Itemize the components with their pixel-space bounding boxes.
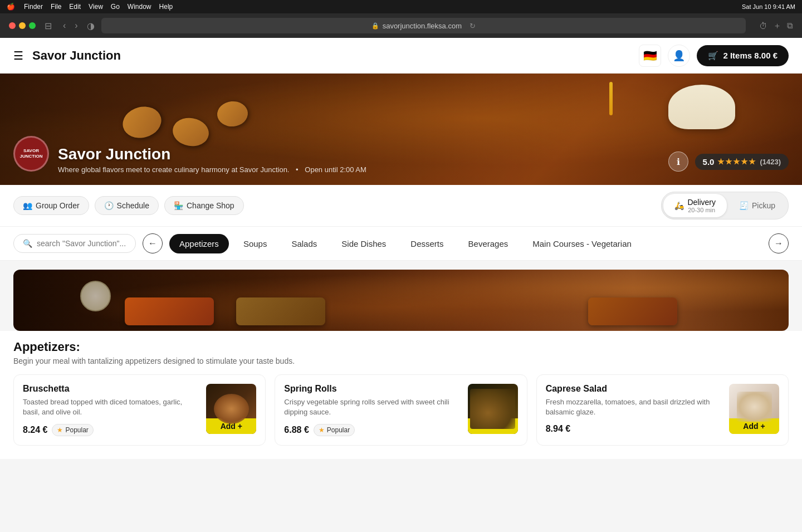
rating-value: 5.0 xyxy=(703,157,715,167)
spring-rolls-add-button[interactable]: Add + xyxy=(468,418,518,434)
food-skewer-3 xyxy=(588,297,677,325)
clock: Sat Jun 10 9:41 AM xyxy=(742,3,795,10)
tab-beverages[interactable]: Beverages xyxy=(458,234,519,253)
bruschetta-popular-badge: ★ Popular xyxy=(52,424,93,436)
change-shop-label: Change Shop xyxy=(187,201,234,210)
hamburger-button[interactable]: ☰ xyxy=(13,49,23,62)
brightness-button[interactable]: ◑ xyxy=(87,21,95,31)
menu-finder[interactable]: Finder xyxy=(24,3,43,11)
pickup-option[interactable]: 🧾 Pickup xyxy=(728,194,786,217)
tab-salads[interactable]: Salads xyxy=(281,234,327,253)
menu-card-text-caprese: Caprese Salad Fresh mozzarella, tomatoes… xyxy=(546,384,722,436)
tab-soups[interactable]: Soups xyxy=(233,234,277,253)
hero-info: Savor Junction Where global flavors meet… xyxy=(58,145,668,174)
review-count: (1423) xyxy=(760,158,781,166)
rating-badge: 5.0 ★★★★★ (1423) xyxy=(695,154,789,170)
section-subtitle: Begin your meal with tantalizing appetiz… xyxy=(13,357,789,365)
address-bar[interactable]: 🔒 savorjunction.fleksa.com ↻ xyxy=(101,18,746,33)
popular-star-icon-2: ★ xyxy=(319,426,325,434)
back-button[interactable]: ‹ xyxy=(61,18,68,33)
menu-card-inner-spring-rolls: Spring Rolls Crispy vegetable spring rol… xyxy=(275,375,526,445)
maximize-button[interactable] xyxy=(29,22,36,29)
section-banner xyxy=(13,270,789,331)
caprese-price: 8.94 € xyxy=(546,424,570,434)
menu-card-inner-bruschetta: Bruschetta Toasted bread topped with dic… xyxy=(14,375,265,445)
hero-description: Where global flavors meet to create culi… xyxy=(58,165,668,174)
schedule-button[interactable]: 🕐 Schedule xyxy=(95,196,159,215)
sauce-drip xyxy=(609,82,613,115)
change-shop-button[interactable]: 🏪 Change Shop xyxy=(164,196,244,215)
group-order-label: Group Order xyxy=(36,201,80,210)
menu-edit[interactable]: Edit xyxy=(69,3,81,11)
cart-label: 2 Items 8.00 € xyxy=(723,51,777,60)
delivery-label: Delivery xyxy=(687,198,716,207)
menu-go[interactable]: Go xyxy=(111,3,120,11)
traffic-lights xyxy=(9,22,36,29)
header-right: 🇩🇪 👤 🛒 2 Items 8.00 € xyxy=(639,45,789,67)
app-header: ☰ Savor Junction 🇩🇪 👤 🛒 2 Items 8.00 € xyxy=(0,38,802,74)
app-title: Savor Junction xyxy=(32,48,121,63)
delivery-option[interactable]: 🛵 Delivery 20-30 min xyxy=(663,194,727,217)
action-bar: 👥 Group Order 🕐 Schedule 🏪 Change Shop 🛵… xyxy=(0,185,802,227)
category-next-button[interactable]: → xyxy=(769,233,789,253)
tabs-button[interactable]: ⧉ xyxy=(787,21,793,31)
change-shop-icon: 🏪 xyxy=(174,201,183,210)
menu-card-bruschetta: Bruschetta Toasted bread topped with dic… xyxy=(13,374,266,446)
history-button[interactable]: ⏱ xyxy=(759,21,767,31)
pickup-icon: 🧾 xyxy=(739,201,749,210)
menu-grid: Bruschetta Toasted bread topped with dic… xyxy=(0,370,802,459)
spring-rolls-footer: 6.88 € ★ Popular xyxy=(284,424,461,436)
sidebar-toggle-button[interactable]: ⊟ xyxy=(42,18,54,33)
close-button[interactable] xyxy=(9,22,16,29)
add-tab-button[interactable]: ＋ xyxy=(773,21,781,31)
food-skewer-2 xyxy=(236,297,325,325)
stars: ★★★★★ xyxy=(717,157,756,166)
caprese-image: Add + xyxy=(729,384,779,434)
category-prev-button[interactable]: ← xyxy=(143,233,163,253)
tab-side-dishes[interactable]: Side Dishes xyxy=(331,234,396,253)
spring-rolls-popular-label: Popular xyxy=(327,426,350,434)
group-order-button[interactable]: 👥 Group Order xyxy=(13,196,89,215)
schedule-label: Schedule xyxy=(117,201,149,210)
search-box[interactable]: 🔍 xyxy=(13,234,136,253)
tab-desserts[interactable]: Desserts xyxy=(400,234,453,253)
menu-file[interactable]: File xyxy=(51,3,61,11)
cart-icon: 🛒 xyxy=(708,51,718,61)
food-citrus xyxy=(80,281,111,311)
reload-icon[interactable]: ↻ xyxy=(470,22,476,30)
bruschetta-name: Bruschetta xyxy=(23,384,199,394)
menu-card-text-bruschetta: Bruschetta Toasted bread topped with dic… xyxy=(23,384,199,436)
cart-button[interactable]: 🛒 2 Items 8.00 € xyxy=(697,45,789,66)
apple-menu[interactable]: 🍎 xyxy=(7,3,15,11)
info-button[interactable]: ℹ xyxy=(668,152,688,172)
menu-view[interactable]: View xyxy=(89,3,103,11)
section-heading: Appetizers: Begin your meal with tantali… xyxy=(0,331,802,370)
bruschetta-popular-label: Popular xyxy=(65,426,88,434)
menu-card-spring-rolls: Spring Rolls Crispy vegetable spring rol… xyxy=(275,374,527,446)
spring-rolls-name: Spring Rolls xyxy=(284,384,461,394)
caprese-add-button[interactable]: Add + xyxy=(729,418,779,434)
menu-items: Finder File Edit View Go Window Help xyxy=(24,3,173,11)
delivery-label-wrapper: Delivery 20-30 min xyxy=(687,198,716,213)
search-input[interactable] xyxy=(37,239,126,248)
menu-help[interactable]: Help xyxy=(159,3,173,11)
menu-window[interactable]: Window xyxy=(128,3,151,11)
food-skewer-1 xyxy=(125,297,214,325)
restaurant-logo: SAVOR JUNCTION xyxy=(13,136,49,172)
bruschetta-desc: Toasted bread topped with diced tomatoes… xyxy=(23,397,199,417)
section-title: Appetizers: xyxy=(13,340,789,354)
spring-rolls-popular-badge: ★ Popular xyxy=(314,424,355,436)
hero-banner: SAVOR JUNCTION Savor Junction Where glob… xyxy=(0,74,802,185)
url-display[interactable]: savorjunction.fleksa.com xyxy=(383,22,462,30)
schedule-icon: 🕐 xyxy=(104,201,114,210)
tab-main-courses-vegetarian[interactable]: Main Courses - Vegetarian xyxy=(522,234,642,253)
macos-menubar: 🍎 Finder File Edit View Go Window Help S… xyxy=(0,0,802,13)
tab-appetizers[interactable]: Appetizers xyxy=(169,234,229,253)
minimize-button[interactable] xyxy=(19,22,26,29)
forward-button[interactable]: › xyxy=(72,18,80,33)
category-nav: 🔍 ← Appetizers Soups Salads Side Dishes … xyxy=(0,227,802,261)
language-flag-button[interactable]: 🇩🇪 xyxy=(639,45,661,67)
user-profile-button[interactable]: 👤 xyxy=(668,45,690,67)
bruschetta-add-button[interactable]: Add + xyxy=(206,418,256,434)
search-icon: 🔍 xyxy=(23,239,32,248)
